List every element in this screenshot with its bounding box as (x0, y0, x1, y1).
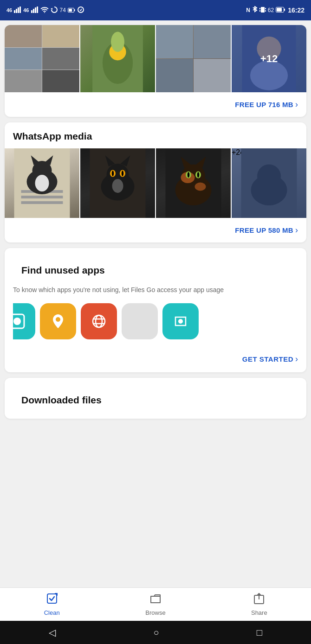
whatsapp-grid: +2451 (5, 148, 306, 218)
battery-icon (68, 7, 75, 14)
downloaded-files-title: Downloaded files (13, 386, 298, 412)
find-apps-content: Find unused apps To know which apps you'… (5, 248, 306, 348)
svg-rect-15 (259, 8, 260, 9)
signal-bars-icon (14, 6, 21, 14)
photo-thumb-2 (80, 25, 155, 92)
svg-point-54 (195, 183, 206, 191)
svg-rect-20 (277, 8, 282, 12)
signal-4g-icon: 46 (6, 7, 12, 13)
svg-point-63 (13, 318, 21, 325)
bottom-nav: Clean Browse Share (0, 587, 311, 621)
share-label: Share (251, 609, 267, 616)
svg-rect-7 (37, 6, 38, 13)
svg-point-65 (93, 315, 105, 327)
whatsapp-title: WhatsApp media (5, 122, 306, 148)
wifi-icon (40, 6, 49, 14)
photo-thumb-4-with-count: +12 (232, 25, 306, 92)
nfc-icon: N (246, 7, 250, 13)
svg-rect-4 (31, 10, 32, 13)
plus-count-overlay: +12 (232, 25, 306, 92)
svg-rect-11 (69, 9, 72, 12)
free-up-716-button[interactable]: FREE UP 716 MB › (5, 92, 306, 117)
svg-rect-31 (21, 196, 63, 198)
app-icon-teal2-partial (162, 303, 199, 339)
svg-point-57 (188, 172, 190, 178)
signal-4g2-icon: 46 (23, 7, 29, 13)
bluetooth-icon (252, 6, 258, 15)
svg-rect-2 (18, 7, 19, 13)
main-content: +12 FREE UP 716 MB › WhatsApp media (0, 20, 311, 587)
svg-rect-32 (21, 201, 63, 204)
app-icon-location (40, 303, 76, 339)
wa-thumb-1 (5, 148, 79, 218)
svg-point-46 (122, 171, 124, 176)
wa-thumb-2 (80, 148, 155, 218)
clean-icon (46, 593, 58, 607)
recents-button[interactable]: □ (257, 627, 262, 638)
wa-thumb-3 (156, 148, 231, 218)
nav-item-share[interactable]: Share (207, 588, 311, 621)
browse-icon (149, 593, 162, 607)
whatsapp-media-card: WhatsApp media (5, 122, 306, 242)
svg-rect-14 (261, 7, 265, 13)
svg-rect-3 (19, 6, 21, 13)
svg-point-66 (96, 315, 102, 327)
nav-item-clean[interactable]: Clean (0, 588, 104, 621)
downloaded-files-content: Downloaded files (5, 378, 306, 419)
app-icon-placeholder (122, 303, 158, 339)
svg-rect-0 (14, 10, 15, 13)
status-right: N 62 16:22 (246, 6, 305, 15)
svg-rect-16 (259, 10, 260, 12)
battery-percent: 74 (60, 7, 66, 13)
find-unused-apps-card: Find unused apps To know which apps you'… (5, 248, 306, 372)
share-icon (253, 593, 265, 607)
get-started-label: GET STARTED (242, 355, 293, 363)
svg-rect-5 (33, 9, 34, 13)
svg-point-8 (44, 12, 45, 13)
browse-label: Browse (145, 609, 165, 616)
vibrate-icon (259, 6, 266, 15)
wa-thumb-4-with-count: +2451 (232, 148, 306, 218)
svg-point-61 (257, 165, 281, 188)
free-up-716-label: FREE UP 716 MB (235, 101, 293, 108)
home-button[interactable]: ○ (153, 627, 159, 638)
svg-point-45 (112, 171, 114, 176)
svg-rect-1 (16, 9, 17, 13)
find-apps-title: Find unused apps (13, 256, 298, 282)
svg-marker-9 (51, 8, 52, 10)
find-apps-description: To know which apps you're not using, let… (13, 285, 298, 295)
clean-label: Clean (44, 609, 60, 616)
system-nav-bar: ◁ ○ □ (0, 621, 311, 644)
get-started-button[interactable]: GET STARTED › (5, 348, 306, 372)
svg-point-64 (56, 317, 60, 322)
nav-item-browse[interactable]: Browse (104, 588, 207, 621)
photo-thumb-1 (5, 25, 79, 92)
status-left: 46 46 (6, 6, 84, 15)
svg-rect-70 (47, 594, 57, 603)
sync-icon (51, 6, 58, 15)
svg-rect-18 (265, 10, 266, 12)
app-icon-teal-partial (13, 303, 35, 339)
back-button[interactable]: ◁ (49, 627, 56, 638)
battery2-icon: 62 (268, 7, 274, 13)
time-display: 16:22 (288, 6, 305, 14)
photos-grid: +12 (5, 25, 306, 92)
free-up-580-label: FREE UP 580 MB (235, 226, 293, 234)
duplicate-photos-card: +12 FREE UP 716 MB › (5, 25, 306, 117)
chevron-right-icon-3: › (295, 354, 298, 364)
free-up-580-button[interactable]: FREE UP 580 MB › (5, 218, 306, 242)
svg-rect-6 (35, 7, 36, 13)
svg-point-13 (78, 7, 84, 13)
svg-rect-21 (284, 8, 285, 11)
apps-row (13, 295, 298, 348)
svg-point-47 (112, 179, 123, 193)
status-bar: 46 46 (0, 0, 311, 20)
signal-bars2-icon (31, 6, 39, 14)
svg-point-25 (111, 32, 124, 52)
circle-icon (77, 6, 84, 15)
chevron-right-icon: › (295, 100, 298, 109)
chevron-right-icon-2: › (295, 225, 298, 235)
downloaded-files-card: Downloaded files (5, 378, 306, 419)
battery2-bar-icon (276, 7, 285, 14)
svg-rect-12 (74, 9, 75, 11)
